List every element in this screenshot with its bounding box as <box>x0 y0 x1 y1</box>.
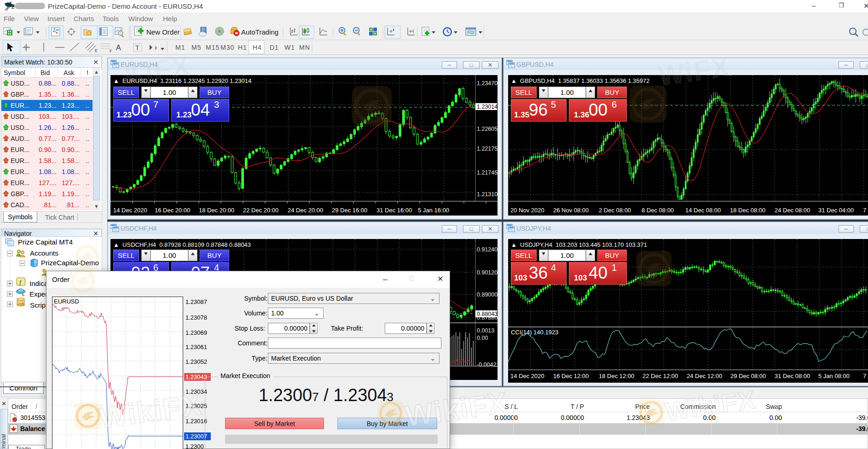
svg-text:0.91240: 0.91240 <box>477 246 498 253</box>
svg-text:Indica: Indica <box>29 280 48 287</box>
svg-text:T: T <box>135 44 139 52</box>
svg-text:D1: D1 <box>270 44 279 51</box>
svg-text:H1: H1 <box>238 44 247 51</box>
svg-text:F: F <box>110 49 112 53</box>
svg-text:A: A <box>116 44 121 52</box>
svg-text:MN: MN <box>299 44 310 51</box>
svg-text:1.22175: 1.22175 <box>477 146 498 152</box>
svg-text:-0.00421: -0.00421 <box>477 362 498 368</box>
svg-text:0.90120: 0.90120 <box>477 269 498 276</box>
svg-text:1.23470: 1.23470 <box>477 80 498 87</box>
svg-text:Accounts: Accounts <box>30 249 58 257</box>
svg-text:M5: M5 <box>191 44 201 51</box>
svg-text:MT: MT <box>5 8 8 11</box>
svg-text:1.21310: 1.21310 <box>477 191 498 198</box>
svg-text:Prize Capital MT4: Prize Capital MT4 <box>18 238 73 246</box>
svg-text:1.22605: 1.22605 <box>477 126 498 132</box>
svg-text:E: E <box>95 48 98 53</box>
svg-text:Exper: Exper <box>29 290 47 298</box>
svg-text:Script: Script <box>30 301 48 309</box>
svg-text:M30: M30 <box>220 44 234 51</box>
svg-text:M15: M15 <box>206 44 220 51</box>
svg-text:W1: W1 <box>284 44 295 51</box>
svg-text:H4: H4 <box>253 44 262 51</box>
svg-text:AutoTrading: AutoTrading <box>241 28 278 36</box>
svg-text:0.00: 0.00 <box>477 335 488 341</box>
svg-text:1.23014: 1.23014 <box>477 104 498 110</box>
svg-text:1.21745: 1.21745 <box>477 169 498 176</box>
svg-text:New Order: New Order <box>146 28 180 36</box>
svg-text:0.0013: 0.0013 <box>477 327 494 334</box>
svg-text:0.89000: 0.89000 <box>477 292 498 298</box>
svg-text:0.88043: 0.88043 <box>477 311 498 317</box>
